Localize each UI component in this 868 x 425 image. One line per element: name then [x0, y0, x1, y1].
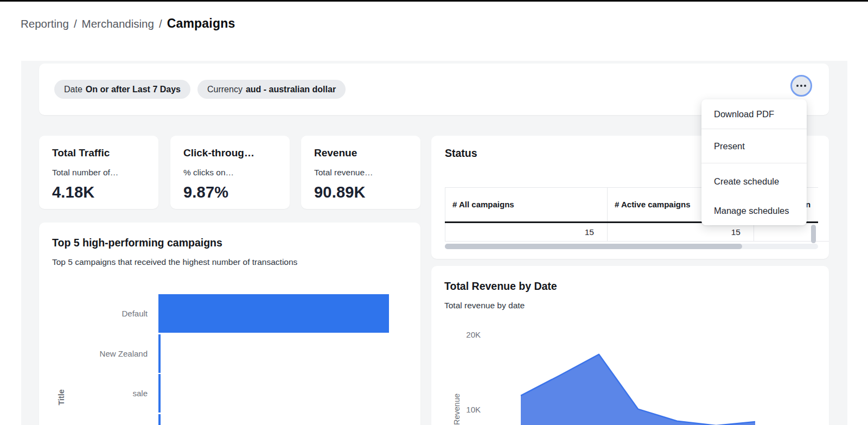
kpi-value: 90.89K — [314, 183, 366, 201]
table-header-all-campaigns[interactable]: # All campaigns — [445, 187, 607, 221]
header-label: # Active campaigns — [615, 200, 691, 209]
more-actions-button[interactable] — [790, 75, 812, 97]
horizontal-scrollbar-thumb[interactable] — [445, 244, 742, 249]
header-label: # All campaigns — [452, 200, 514, 209]
kpi-subtitle: % clicks on… — [183, 168, 234, 177]
date-filter-value: On or after Last 7 Days — [86, 85, 181, 94]
top5-campaigns-card: Top 5 high-performing campaigns Top 5 ca… — [39, 223, 420, 425]
status-table-horizontal-scrollbar[interactable] — [445, 244, 818, 249]
bar-row: New Zealand — [39, 334, 420, 373]
menu-item-create-schedule[interactable]: Create schedule — [701, 167, 807, 196]
kpi-subtitle: Total number of… — [52, 168, 118, 177]
revenue-by-date-card: Total Revenue by Date Total revenue by d… — [431, 266, 829, 425]
bar-category-label: sale — [72, 374, 148, 413]
table-cell-third-column — [754, 223, 829, 242]
kpi-value: 9.87% — [183, 183, 228, 201]
filter-chips: Date On or after Last 7 Days Currency au… — [54, 80, 346, 99]
revenue-chart-title: Total Revenue by Date — [444, 280, 557, 293]
bar-category-label: Default — [72, 294, 148, 333]
status-table-vertical-scrollbar[interactable] — [811, 225, 816, 243]
app-window: Reporting / Merchandising / Campaigns Da… — [0, 0, 868, 425]
table-cell-active-campaigns: 15 — [607, 223, 754, 242]
revenue-chart-subtitle: Total revenue by date — [444, 301, 525, 310]
bar[interactable] — [158, 374, 161, 413]
breadcrumb-merchandising[interactable]: Merchandising — [82, 17, 154, 30]
revenue-area-chart — [477, 326, 829, 425]
menu-item-manage-schedules[interactable]: Manage schedules — [701, 196, 807, 225]
page-title: Campaigns — [167, 16, 235, 31]
ellipsis-icon — [796, 85, 806, 87]
top5-y-axis-label: Title — [57, 385, 66, 410]
bar[interactable] — [158, 294, 389, 333]
currency-filter-chip[interactable]: Currency aud - australian dollar — [197, 80, 346, 99]
breadcrumb: Reporting / Merchandising / Campaigns — [21, 16, 235, 31]
bar-row: Default — [39, 294, 420, 333]
menu-item-download-pdf[interactable]: Download PDF — [701, 99, 807, 129]
kpi-card-revenue: Revenue Total revenue… 90.89K — [301, 136, 420, 209]
menu-divider — [701, 163, 807, 163]
more-actions-menu: Download PDF Present Create schedule Man… — [701, 99, 807, 225]
breadcrumb-reporting[interactable]: Reporting — [21, 17, 69, 30]
bar-category-label: New Zealand — [72, 334, 148, 373]
window-top-edge — [0, 0, 868, 2]
bar-row: sale — [39, 374, 420, 413]
currency-filter-label: Currency — [207, 85, 242, 94]
y-tick-20k: 20K — [454, 330, 481, 339]
kpi-subtitle: Total revenue… — [314, 168, 373, 177]
table-cell-all-campaigns: 15 — [445, 223, 607, 242]
kpi-card-click-through: Click-throug… % clicks on… 9.87% — [170, 136, 290, 209]
kpi-value: 4.18K — [52, 183, 94, 201]
kpi-title: Revenue — [314, 147, 357, 159]
currency-filter-value: aud - australian dollar — [246, 85, 336, 94]
status-title: Status — [445, 147, 477, 160]
kpi-title: Click-throug… — [183, 147, 254, 159]
bar[interactable] — [158, 334, 161, 373]
kpi-card-total-traffic: Total Traffic Total number of… 4.18K — [39, 136, 158, 209]
bar-category-label — [72, 414, 148, 425]
top5-bar-chart: DefaultNew Zealandsale — [39, 223, 420, 425]
kpi-title: Total Traffic — [52, 147, 110, 159]
menu-item-present[interactable]: Present — [701, 129, 807, 163]
date-filter-chip[interactable]: Date On or after Last 7 Days — [54, 80, 190, 99]
revenue-y-axis-label: Revenue — [452, 400, 461, 425]
breadcrumb-separator: / — [74, 17, 77, 30]
bar-row — [39, 414, 420, 425]
bar[interactable] — [158, 414, 161, 425]
breadcrumb-separator: / — [159, 17, 162, 30]
date-filter-label: Date — [64, 85, 82, 94]
